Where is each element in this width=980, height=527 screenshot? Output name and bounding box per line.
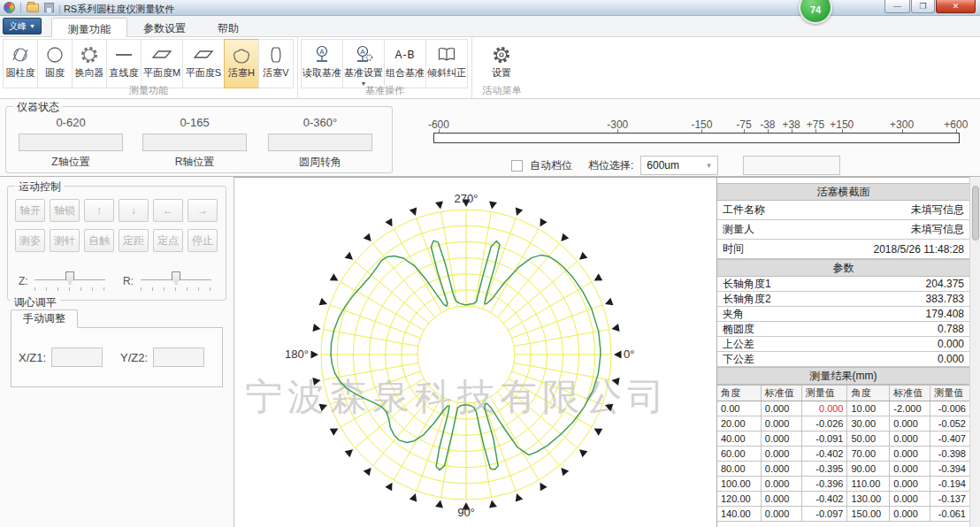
table-cell[interactable]: 0.000 bbox=[802, 401, 848, 416]
table-cell[interactable]: -0.394 bbox=[930, 462, 969, 476]
table-cell[interactable]: -0.026 bbox=[802, 416, 848, 431]
auto-touch-button[interactable]: 自触 bbox=[84, 229, 114, 252]
auto-gear-checkbox[interactable] bbox=[511, 160, 523, 172]
flatness-s-button[interactable]: 平面度S bbox=[182, 39, 225, 88]
scrollbar-thumb[interactable] bbox=[972, 186, 979, 241]
table-cell[interactable]: 0.000 bbox=[890, 416, 930, 431]
minimize-button[interactable]: — bbox=[884, 0, 910, 13]
z-axis-status: 0-620 Z轴位置 bbox=[13, 116, 128, 170]
table-cell[interactable]: 140.00 bbox=[717, 507, 762, 521]
settings-button[interactable]: 设置 bbox=[484, 39, 519, 88]
move-right-button[interactable]: → bbox=[188, 199, 218, 222]
tab-measure-functions[interactable]: 测量功能 bbox=[51, 18, 127, 37]
table-cell[interactable]: 20.00 bbox=[717, 416, 762, 431]
table-cell[interactable]: -0.407 bbox=[930, 432, 969, 446]
save-file-icon[interactable] bbox=[44, 3, 54, 12]
table-cell[interactable]: 0.000 bbox=[762, 401, 802, 416]
scrollbar[interactable] bbox=[969, 177, 980, 527]
table-cell[interactable]: 110.00 bbox=[847, 477, 890, 491]
table-cell[interactable]: -0.402 bbox=[802, 492, 848, 506]
stop-button[interactable]: 停止 bbox=[188, 229, 218, 252]
cylindricity-button[interactable]: 圆柱度 bbox=[3, 39, 38, 88]
table-cell[interactable]: 150.00 bbox=[847, 507, 890, 521]
measure-pose-button[interactable]: 测姿 bbox=[15, 229, 45, 252]
table-cell[interactable]: -0.402 bbox=[802, 447, 848, 461]
table-cell[interactable]: 0.000 bbox=[762, 477, 802, 491]
close-button[interactable]: ✕ bbox=[936, 0, 976, 13]
table-cell[interactable]: -0.006 bbox=[930, 401, 969, 416]
table-cell[interactable]: 90.00 bbox=[847, 462, 890, 476]
maximize-button[interactable]: ❐ bbox=[911, 0, 935, 13]
move-up-button[interactable]: ↑ bbox=[84, 199, 114, 222]
table-cell[interactable]: 0.000 bbox=[890, 447, 930, 461]
table-cell[interactable]: 10.00 bbox=[847, 401, 890, 416]
table-cell[interactable]: -0.398 bbox=[930, 447, 969, 461]
x-z1-field[interactable] bbox=[51, 348, 103, 367]
tab-parameter-settings[interactable]: 参数设置 bbox=[127, 18, 202, 37]
table-cell[interactable]: 40.00 bbox=[717, 432, 762, 446]
table-cell[interactable]: 80.00 bbox=[717, 462, 762, 476]
measure-stylus-button[interactable]: 测针 bbox=[50, 229, 80, 252]
z-axis-position-field[interactable] bbox=[19, 134, 123, 151]
table-cell[interactable]: 130.00 bbox=[847, 492, 890, 506]
table-cell[interactable]: -0.137 bbox=[930, 492, 969, 506]
fixed-distance-button[interactable]: 定距 bbox=[119, 229, 149, 252]
tilt-correction-button[interactable]: 倾斜纠正 bbox=[425, 39, 468, 88]
axis-open-button[interactable]: 轴开 bbox=[15, 199, 45, 222]
table-cell[interactable]: 30.00 bbox=[847, 416, 890, 431]
table-cell[interactable]: 70.00 bbox=[847, 447, 890, 461]
move-down-button[interactable]: ↓ bbox=[119, 199, 149, 222]
table-cell[interactable]: -0.097 bbox=[802, 507, 848, 521]
datum-settings-button[interactable]: A 基准设置 ▼ bbox=[342, 39, 385, 88]
fixed-point-button[interactable]: 定点 bbox=[153, 229, 183, 252]
scale-tick-mark bbox=[842, 129, 843, 133]
table-cell[interactable]: -0.052 bbox=[930, 416, 969, 431]
table-cell[interactable]: 0.000 bbox=[890, 507, 930, 521]
commutator-button[interactable]: 换向器 bbox=[72, 39, 107, 88]
table-cell[interactable]: 50.00 bbox=[847, 432, 890, 446]
flatness-m-button[interactable]: 平面度M bbox=[141, 39, 183, 88]
app-logo-icon[interactable] bbox=[4, 2, 15, 13]
combined-datum-button[interactable]: A-B 组合基准 bbox=[384, 39, 426, 88]
axis-lock-button[interactable]: 轴锁 bbox=[50, 199, 80, 222]
tab-help[interactable]: 帮助 bbox=[202, 18, 255, 37]
table-cell[interactable]: 0.000 bbox=[762, 492, 802, 506]
roundness-button[interactable]: 圆度 bbox=[37, 39, 73, 88]
table-cell[interactable]: 0.000 bbox=[890, 492, 930, 506]
gear-value-field[interactable] bbox=[743, 156, 840, 175]
scale-tick-mark bbox=[956, 129, 957, 133]
y-z2-field[interactable] bbox=[153, 348, 204, 367]
table-cell[interactable]: -0.091 bbox=[802, 432, 848, 446]
open-file-icon[interactable] bbox=[27, 4, 39, 12]
table-cell[interactable]: 0.00 bbox=[717, 401, 762, 416]
table-cell[interactable]: 100.00 bbox=[717, 477, 762, 491]
table-cell[interactable]: 0.000 bbox=[762, 416, 802, 431]
table-cell[interactable]: -0.061 bbox=[930, 507, 969, 521]
table-cell[interactable]: -2.000 bbox=[890, 401, 930, 416]
move-left-button[interactable]: ← bbox=[153, 199, 183, 222]
table-cell[interactable]: 120.00 bbox=[717, 492, 762, 506]
ribbon-group-measure: 圆柱度 圆度 换向器 直线度 平面度M bbox=[0, 37, 298, 98]
table-cell[interactable]: 0.000 bbox=[762, 447, 802, 461]
table-cell[interactable]: -0.395 bbox=[802, 462, 848, 476]
table-cell[interactable]: 0.000 bbox=[762, 507, 802, 521]
table-cell[interactable]: 60.00 bbox=[717, 447, 762, 461]
gear-select-dropdown[interactable]: 600um ▼ bbox=[640, 156, 718, 175]
table-cell[interactable]: 0.000 bbox=[890, 462, 930, 476]
piston-v-button[interactable]: 活塞V bbox=[258, 39, 294, 88]
table-cell[interactable]: -0.194 bbox=[930, 477, 969, 491]
table-cell[interactable]: 0.000 bbox=[890, 432, 930, 446]
app-menu-button[interactable]: 义峰 ▼ bbox=[3, 18, 42, 34]
table-cell[interactable]: 0.000 bbox=[890, 477, 930, 491]
tab-manual-adjust[interactable]: 手动调整 bbox=[11, 309, 78, 328]
straightness-button[interactable]: 直线度 bbox=[106, 39, 142, 88]
table-cell[interactable]: -0.396 bbox=[802, 477, 848, 491]
r-axis-position-field[interactable] bbox=[142, 134, 247, 151]
piston-h-button[interactable]: 活塞H bbox=[224, 39, 259, 88]
read-datum-button[interactable]: A 读取基准 bbox=[301, 39, 343, 88]
table-cell[interactable]: 0.000 bbox=[762, 432, 802, 446]
rotation-angle-field[interactable] bbox=[268, 134, 372, 151]
r-slider-thumb[interactable] bbox=[172, 271, 180, 285]
table-cell[interactable]: 0.000 bbox=[762, 462, 802, 476]
z-slider-thumb[interactable] bbox=[65, 271, 74, 285]
